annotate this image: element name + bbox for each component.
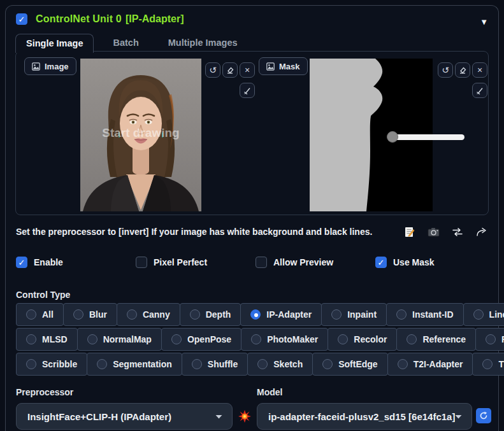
image-tab-button[interactable]: Image (24, 57, 76, 75)
mask-brush-icon[interactable] (472, 83, 487, 98)
dropdown-caret-icon (215, 414, 222, 419)
control-type-option-label: Instant-ID (412, 309, 454, 320)
radio-icon (190, 309, 200, 320)
image-tab-label: Image (45, 62, 69, 71)
control-type-option-label: MLSD (42, 334, 68, 344)
control-type-grid: AllBlurCannyDepthIP-AdapterInpaintInstan… (16, 303, 489, 378)
radio-icon (250, 309, 261, 320)
image-editor-area: Image (15, 51, 489, 215)
action-icons (402, 225, 489, 239)
brush-glyph (475, 86, 484, 95)
control-type-mlsd[interactable]: MLSD (16, 328, 78, 351)
checkbox-label: Allow Preview (273, 257, 333, 267)
radio-icon (87, 334, 97, 344)
mask-undo-icon[interactable]: ↺ (438, 62, 453, 78)
dropdown-caret-icon (455, 414, 462, 419)
mask-tab-button[interactable]: Mask (259, 57, 308, 75)
control-type-revision[interactable]: Revision (475, 328, 504, 351)
mask-remove-icon[interactable]: × (472, 62, 487, 78)
checkbox-box-enable[interactable]: ✓ (16, 257, 27, 268)
control-type-softedge[interactable]: SoftEdge (312, 353, 387, 376)
model-column: Model ip-adapter-faceid-plusv2_sd15 [6e1… (257, 387, 472, 430)
control-type-recolor[interactable]: Recolor (328, 328, 397, 351)
mask-eraser-icon[interactable] (455, 62, 470, 78)
control-type-openpose[interactable]: OpenPose (161, 328, 241, 351)
radio-icon (171, 334, 182, 344)
preprocessor-hint-text: Set the preprocessor to [invert] If your… (16, 227, 372, 237)
checkbox-pixel-perfect[interactable]: Pixel Perfect (136, 257, 256, 268)
radio-icon (192, 359, 202, 369)
control-type-segmentation[interactable]: Segmentation (87, 353, 182, 376)
preprocessor-select[interactable]: InsightFace+CLIP-H (IPAdapter) (16, 403, 233, 430)
camera-icon[interactable] (426, 225, 440, 239)
control-type-option-label: Shuffle (208, 359, 238, 369)
radio-icon (331, 309, 342, 320)
control-type-option-label: IP-Adapter (266, 309, 312, 320)
tab-multiple-images[interactable]: Multiple Images (158, 34, 248, 52)
radio-icon (26, 359, 36, 369)
send-dimensions-icon[interactable] (475, 225, 489, 239)
checkbox-allow-preview[interactable]: Allow Preview (256, 257, 375, 268)
control-type-instant-id[interactable]: Instant-ID (386, 303, 464, 326)
control-type-option-label: Recolor (354, 334, 387, 344)
eraser-glyph (458, 66, 467, 74)
checkbox-enable[interactable]: ✓Enable (16, 257, 136, 268)
brush-size-slider[interactable] (388, 134, 464, 140)
control-type-option-label: T2I-Adapter (414, 359, 463, 369)
swap-images-icon[interactable] (450, 225, 464, 239)
checkbox-box-allow-preview[interactable] (256, 257, 267, 268)
control-type-option-label: Lineart (489, 309, 504, 320)
checkbox-box-use-mask[interactable]: ✓ (375, 257, 387, 268)
control-type-tile[interactable]: Tile (472, 353, 504, 376)
collapse-chevron-icon[interactable]: ▼ (480, 17, 488, 27)
preprocessor-value: InsightFace+CLIP-H (IPAdapter) (27, 411, 171, 422)
control-type-reference[interactable]: Reference (396, 328, 476, 351)
control-type-canny[interactable]: Canny (117, 303, 180, 326)
control-type-option-label: SoftEdge (338, 359, 377, 369)
radio-icon (73, 309, 83, 320)
remove-image-icon[interactable]: × (240, 62, 255, 78)
control-type-option-label: Depth (206, 309, 231, 320)
tab-single-image[interactable]: Single Image (15, 34, 94, 53)
eraser-icon[interactable] (222, 62, 238, 78)
brush-icon[interactable] (240, 83, 255, 98)
brush-size-slider-handle[interactable] (387, 131, 398, 143)
control-type-blur[interactable]: Blur (63, 303, 117, 326)
control-type-scribble[interactable]: Scribble (16, 353, 87, 376)
radio-icon (257, 359, 268, 369)
checkbox-label: Use Mask (393, 257, 435, 267)
source-image-canvas[interactable]: Start drawing (80, 59, 201, 211)
tab-batch[interactable]: Batch (103, 34, 148, 52)
controlnet-unit-panel: ✓ ControlNet Unit 0[IP-Adapter] ▼ Single… (5, 5, 499, 431)
control-type-lineart[interactable]: Lineart (463, 303, 504, 326)
undo-icon[interactable]: ↺ (205, 62, 220, 78)
control-type-sketch[interactable]: Sketch (247, 353, 313, 376)
run-preprocessor-icon[interactable] (233, 409, 257, 423)
model-label: Model (257, 387, 472, 397)
control-type-option-label: Revision (501, 334, 504, 344)
refresh-models-button[interactable] (472, 408, 495, 423)
control-type-title: Control Type (16, 290, 70, 300)
control-type-inpaint[interactable]: Inpaint (321, 303, 387, 326)
checkbox-use-mask[interactable]: ✓Use Mask (375, 257, 489, 268)
control-type-t2i-adapter[interactable]: T2I-Adapter (387, 353, 473, 376)
control-type-option-label: PhotoMaker (267, 334, 318, 344)
radio-icon (26, 334, 36, 344)
control-type-normalmap[interactable]: NormalMap (77, 328, 162, 351)
control-type-all[interactable]: All (16, 303, 64, 326)
unit-enable-checkbox[interactable]: ✓ (16, 13, 27, 25)
control-type-ip-adapter[interactable]: IP-Adapter (240, 303, 322, 326)
radio-icon (486, 334, 496, 344)
control-type-photomaker[interactable]: PhotoMaker (241, 328, 328, 351)
unit-title: ControlNet Unit 0[IP-Adapter] (36, 13, 184, 25)
model-value: ip-adapter-faceid-plusv2_sd15 [6e14fc1a] (268, 411, 455, 422)
mask-icon (266, 62, 275, 71)
edit-memo-icon[interactable] (402, 225, 416, 239)
model-select[interactable]: ip-adapter-faceid-plusv2_sd15 [6e14fc1a] (257, 403, 472, 430)
control-type-depth[interactable]: Depth (180, 303, 241, 326)
control-type-option-label: Sketch (273, 359, 303, 369)
radio-icon (97, 359, 107, 369)
control-type-shuffle[interactable]: Shuffle (182, 353, 248, 376)
preprocessor-column: Preprocessor InsightFace+CLIP-H (IPAdapt… (16, 387, 233, 430)
checkbox-box-pixel-perfect[interactable] (136, 257, 147, 268)
